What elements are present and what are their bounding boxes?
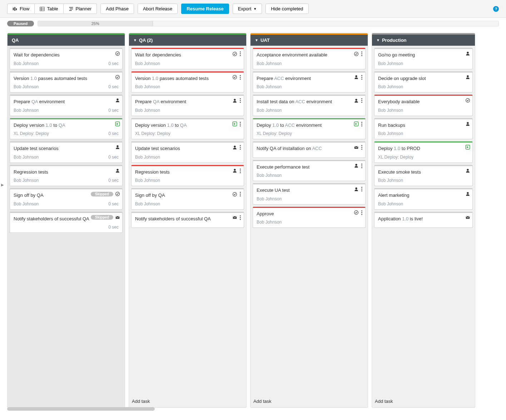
task-title: Everybody available — [378, 99, 469, 105]
task-card[interactable]: Version 1.0 passes automated testsBob Jo… — [10, 71, 123, 93]
task-title: Sign off by QA — [135, 192, 240, 199]
task-card[interactable]: Deploy 1.0 to ACC environmentXL Deploy: … — [253, 118, 366, 140]
user-icon — [465, 191, 470, 196]
add-task-button[interactable]: Add task — [372, 396, 475, 408]
add-task-button[interactable]: Add task — [250, 396, 368, 408]
task-menu-icon[interactable] — [361, 210, 363, 215]
add-phase-button[interactable]: Add Phase — [100, 4, 134, 14]
task-card[interactable]: ApproveBob Johnson — [253, 207, 366, 228]
tab-table[interactable]: Table — [35, 4, 63, 14]
task-title: Execute UA test — [257, 187, 362, 194]
task-menu-icon[interactable] — [239, 145, 242, 150]
task-card[interactable]: Regression testsBob Johnson0 sec — [10, 165, 123, 186]
phase-header[interactable]: ▼UAT — [250, 35, 368, 46]
task-card[interactable]: Execute UA testBob Johnson — [253, 183, 366, 205]
task-assignee: Bob Johnson — [257, 196, 282, 201]
check-icon — [115, 51, 120, 56]
task-card[interactable]: Decide on upgrade slotBob Johnson — [374, 71, 473, 93]
task-card[interactable]: Acceptance environment availableBob John… — [253, 48, 366, 69]
horizontal-scrollbar[interactable] — [7, 407, 499, 411]
task-card[interactable]: SkippedSign off by QABob Johnson0 sec — [10, 188, 123, 210]
task-card[interactable]: Prepare QA environmentBob Johnson — [131, 95, 244, 116]
user-icon — [232, 98, 237, 103]
phase-column: ▼ProductionGo/no go meetingBob JohnsonDe… — [372, 33, 475, 408]
phase-header[interactable]: ▼Production — [372, 35, 475, 46]
task-title: Approve — [257, 211, 362, 217]
flow-icon — [13, 6, 18, 11]
task-menu-icon[interactable] — [361, 75, 363, 80]
task-title: Acceptance environment available — [257, 52, 362, 58]
add-task-button[interactable]: Add task — [129, 396, 246, 408]
collapse-handle-icon[interactable]: ▶ — [1, 183, 4, 187]
hide-completed-button[interactable]: Hide completed — [266, 4, 308, 14]
svg-rect-3 — [40, 7, 44, 11]
task-title: Version 1.0 passes automated tests — [14, 75, 119, 82]
task-card[interactable]: Wait for dependenciesBob Johnson0 sec — [10, 48, 123, 69]
task-card[interactable]: Prepare QA environmentBob Johnson0 sec — [10, 95, 123, 116]
view-tabs: Flow Table Planner — [7, 4, 97, 14]
task-title: Wait for dependencies — [14, 52, 119, 58]
tab-planner[interactable]: Planner — [64, 4, 97, 14]
task-card[interactable]: Sign off by QABob Johnson — [131, 188, 244, 210]
task-assignee: Bob Johnson — [135, 178, 160, 183]
task-assignee: Bob Johnson — [257, 173, 282, 178]
abort-release-button[interactable]: Abort Release — [138, 4, 178, 14]
task-title: Run backups — [378, 122, 469, 129]
task-card[interactable]: Notify QA of installation on ACC — [253, 141, 366, 158]
phase-title: QA — [12, 38, 19, 43]
svg-point-32 — [355, 188, 357, 189]
task-menu-icon[interactable] — [239, 121, 242, 127]
task-menu-icon[interactable] — [361, 98, 363, 103]
task-menu-icon[interactable] — [361, 186, 363, 192]
task-card[interactable]: Application 1.0 is live! — [374, 212, 473, 228]
svg-rect-1 — [14, 7, 15, 11]
task-menu-icon[interactable] — [239, 75, 242, 80]
task-list: Go/no go meetingBob JohnsonDecide on upg… — [372, 46, 475, 396]
task-card[interactable]: Everybody availableBob Johnson — [374, 95, 473, 116]
user-icon — [115, 145, 120, 150]
task-title: Deploy 1.0 to PROD — [378, 145, 469, 152]
task-menu-icon[interactable] — [239, 98, 242, 103]
table-icon — [40, 6, 45, 11]
task-card[interactable]: Deploy 1.0 to PRODXL Deploy: Deploy — [374, 141, 473, 163]
task-menu-icon[interactable] — [361, 145, 363, 150]
export-button[interactable]: Export ▼ — [233, 4, 262, 14]
task-assignee: Bob Johnson — [14, 178, 39, 183]
task-card[interactable]: Update test scenariosBob Johnson0 sec — [10, 141, 123, 163]
task-card[interactable]: Deploy version 1.0 to QAXL Deploy: Deplo… — [10, 118, 123, 140]
task-card[interactable]: Alert marketingBob Johnson — [374, 188, 473, 210]
resume-release-button[interactable]: Resume Release — [181, 4, 229, 14]
task-card[interactable]: Execute smoke testsBob Johnson — [374, 165, 473, 186]
tab-flow[interactable]: Flow — [7, 4, 35, 14]
task-title: Decide on upgrade slot — [378, 75, 469, 82]
user-icon — [115, 168, 120, 173]
task-card[interactable]: Version 1.0 passes automated testsBob Jo… — [131, 71, 244, 93]
task-menu-icon[interactable] — [239, 191, 242, 197]
phase-header[interactable]: QA — [8, 35, 125, 46]
task-card[interactable]: SkippedNotify stakeholders of successful… — [10, 212, 123, 233]
task-card[interactable]: Deploy version 1.0 to QAXL Deploy: Deplo… — [131, 118, 244, 140]
task-card[interactable]: Run backupsBob Johnson — [374, 118, 473, 140]
task-assignee: Bob Johnson — [378, 61, 403, 66]
task-menu-icon[interactable] — [239, 215, 242, 220]
tab-flow-label: Flow — [20, 6, 29, 11]
phase-header[interactable]: ▼QA (2) — [129, 35, 246, 46]
task-menu-icon[interactable] — [361, 163, 363, 169]
task-card[interactable]: Wait for dependenciesBob Johnson — [131, 48, 244, 69]
check-icon — [232, 75, 237, 80]
help-icon[interactable]: ? — [493, 6, 499, 12]
task-duration: 0 sec — [108, 155, 119, 160]
task-menu-icon[interactable] — [361, 51, 363, 56]
task-card[interactable]: Execute performance testBob Johnson — [253, 160, 366, 181]
check-icon — [465, 98, 470, 103]
task-card[interactable]: Go/no go meetingBob Johnson — [374, 48, 473, 69]
task-card[interactable]: Update test scenariosBob Johnson — [131, 141, 244, 163]
task-title: Regression tests — [135, 169, 240, 175]
task-card[interactable]: Regression testsBob Johnson — [131, 165, 244, 186]
task-card[interactable]: Notify stakeholders of successful QA — [131, 212, 244, 228]
task-menu-icon[interactable] — [361, 121, 363, 127]
task-menu-icon[interactable] — [239, 168, 242, 174]
task-card[interactable]: Install test data on ACC environmentBob … — [253, 95, 366, 116]
task-card[interactable]: Prepare ACC environmentBob Johnson — [253, 71, 366, 93]
task-menu-icon[interactable] — [239, 51, 242, 56]
